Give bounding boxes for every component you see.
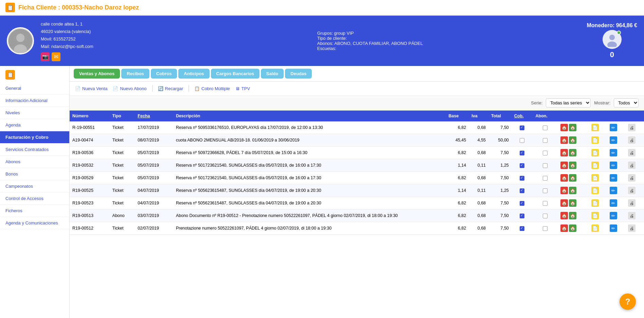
action-house-icon[interactable]: 🏠: [560, 187, 568, 194]
action-print-icon[interactable]: 🖨: [628, 124, 636, 131]
email-icon[interactable]: ✉: [52, 52, 60, 61]
cob-checkbox[interactable]: [520, 138, 524, 143]
sidebar-item-ficheros[interactable]: Ficheros: [0, 205, 69, 217]
tab-cargos[interactable]: Cargos Bancarios: [211, 69, 260, 79]
action-print-icon[interactable]: 🖨: [628, 136, 636, 144]
sidebar-item-campeonatos[interactable]: Campeonatos: [0, 180, 69, 193]
sidebar-item-control[interactable]: Control de Accesos: [0, 193, 69, 205]
action-house-icon[interactable]: 🏠: [560, 174, 568, 182]
cell-cob[interactable]: [512, 184, 533, 197]
action-house-icon[interactable]: 🏠: [560, 224, 568, 232]
cob-checkbox[interactable]: [520, 151, 524, 155]
tpv-button[interactable]: 🖥 TPV: [235, 86, 250, 91]
cob-checkbox[interactable]: [520, 188, 524, 193]
action-house-green-icon[interactable]: 🏠: [569, 162, 576, 169]
action-house-green-icon[interactable]: 🏠: [569, 212, 576, 219]
action-edit-icon[interactable]: ✏: [610, 162, 617, 169]
action-edit-icon[interactable]: ✏: [610, 174, 617, 182]
action-edit-icon[interactable]: ✏: [610, 199, 617, 207]
sidebar-item-agenda-com[interactable]: Agenda y Comunicaciones: [0, 217, 69, 229]
action-house-icon[interactable]: 🏠: [560, 124, 568, 131]
col-cob[interactable]: Cob.: [512, 111, 533, 121]
cobro-multiple-button[interactable]: 📋 Cobro Múltiple: [194, 86, 230, 91]
cell-cob[interactable]: [512, 121, 533, 134]
action-print-icon[interactable]: 🖨: [628, 199, 636, 207]
abon-checkbox[interactable]: [543, 176, 548, 181]
action-doc-icon[interactable]: 📄: [591, 174, 599, 182]
cell-abon[interactable]: [533, 147, 558, 159]
abon-checkbox[interactable]: [543, 125, 548, 130]
tab-anticipos[interactable]: Anticipos: [178, 69, 209, 79]
tab-saldo[interactable]: Saldo: [261, 69, 284, 79]
action-print-icon[interactable]: 🖨: [628, 187, 636, 194]
abon-checkbox[interactable]: [543, 226, 548, 231]
nuevo-abono-button[interactable]: 📄 Nuevo Abono: [113, 86, 146, 91]
sidebar-item-niveles[interactable]: Niveles: [0, 107, 69, 119]
sidebar-item-bonos[interactable]: Bonos: [0, 168, 69, 180]
action-edit-icon[interactable]: ✏: [610, 124, 617, 131]
action-edit-icon[interactable]: ✏: [610, 187, 617, 194]
sidebar-item-abonos[interactable]: Abonos: [0, 156, 69, 168]
cob-checkbox[interactable]: [520, 214, 524, 218]
action-doc-icon[interactable]: 📄: [591, 136, 599, 144]
sidebar-item-informacion[interactable]: Información Adicional: [0, 95, 69, 107]
action-print-icon[interactable]: 🖨: [628, 224, 636, 232]
action-print-icon[interactable]: 🖨: [628, 212, 636, 219]
action-house-green-icon[interactable]: 🏠: [569, 224, 576, 232]
action-print-icon[interactable]: 🖨: [628, 174, 636, 182]
action-edit-icon[interactable]: ✏: [610, 136, 617, 144]
cell-abon[interactable]: [533, 134, 558, 147]
sidebar-item-servicios[interactable]: Servicios Contratados: [0, 144, 69, 156]
action-house-icon[interactable]: 🏠: [560, 199, 568, 207]
action-print-icon[interactable]: 🖨: [628, 149, 636, 156]
cob-checkbox[interactable]: [520, 163, 524, 168]
cell-abon[interactable]: [533, 184, 558, 197]
cell-cob[interactable]: [512, 210, 533, 222]
cell-cob[interactable]: [512, 147, 533, 159]
tab-ventas-abonos[interactable]: Ventas y Abonos: [74, 69, 120, 79]
action-edit-icon[interactable]: ✏: [610, 149, 617, 156]
col-fecha[interactable]: Fecha: [135, 111, 173, 121]
action-doc-icon[interactable]: 📄: [591, 224, 599, 232]
sidebar-item-facturacion[interactable]: Facturación y Cobro: [0, 131, 69, 144]
action-doc-icon[interactable]: 📄: [591, 212, 599, 219]
action-house-green-icon[interactable]: 🏠: [569, 174, 576, 182]
action-house-green-icon[interactable]: 🏠: [569, 187, 576, 194]
action-house-icon[interactable]: 🏠: [560, 162, 568, 169]
action-house-icon[interactable]: 🏠: [560, 149, 568, 156]
action-house-green-icon[interactable]: 🏠: [569, 149, 576, 156]
cell-cob[interactable]: [512, 197, 533, 210]
action-doc-icon[interactable]: 📄: [591, 162, 599, 169]
abon-checkbox[interactable]: [543, 214, 548, 218]
abon-checkbox[interactable]: [543, 163, 548, 168]
cell-abon[interactable]: [533, 172, 558, 184]
cell-cob[interactable]: [512, 134, 533, 147]
action-house-green-icon[interactable]: 🏠: [569, 124, 576, 131]
tab-deudas[interactable]: Deudas: [285, 69, 312, 79]
abon-checkbox[interactable]: [543, 151, 548, 155]
cell-cob[interactable]: [512, 159, 533, 172]
action-house-icon[interactable]: 🏠: [560, 212, 568, 219]
cell-abon[interactable]: [533, 210, 558, 222]
action-doc-icon[interactable]: 📄: [591, 199, 599, 207]
cell-abon[interactable]: [533, 121, 558, 134]
tab-recibos[interactable]: Recibos: [121, 69, 149, 79]
cob-checkbox[interactable]: [520, 176, 524, 181]
abon-checkbox[interactable]: [543, 201, 548, 206]
cell-cob[interactable]: [512, 172, 533, 184]
abon-checkbox[interactable]: [543, 138, 548, 143]
cell-abon[interactable]: [533, 222, 558, 235]
sidebar-item-general[interactable]: General: [0, 82, 69, 95]
abon-checkbox[interactable]: [543, 188, 548, 193]
action-print-icon[interactable]: 🖨: [628, 162, 636, 169]
action-edit-icon[interactable]: ✏: [610, 212, 617, 219]
cob-checkbox[interactable]: [520, 125, 524, 130]
action-doc-icon[interactable]: 📄: [591, 187, 599, 194]
instagram-icon[interactable]: 📷: [41, 52, 50, 61]
cell-abon[interactable]: [533, 159, 558, 172]
action-doc-icon[interactable]: 📄: [591, 149, 599, 156]
cob-checkbox[interactable]: [520, 226, 524, 231]
serie-select[interactable]: Todas las series: [546, 98, 591, 107]
cob-checkbox[interactable]: [520, 201, 524, 206]
recargar-button[interactable]: 🔄 Recargar: [158, 86, 183, 91]
